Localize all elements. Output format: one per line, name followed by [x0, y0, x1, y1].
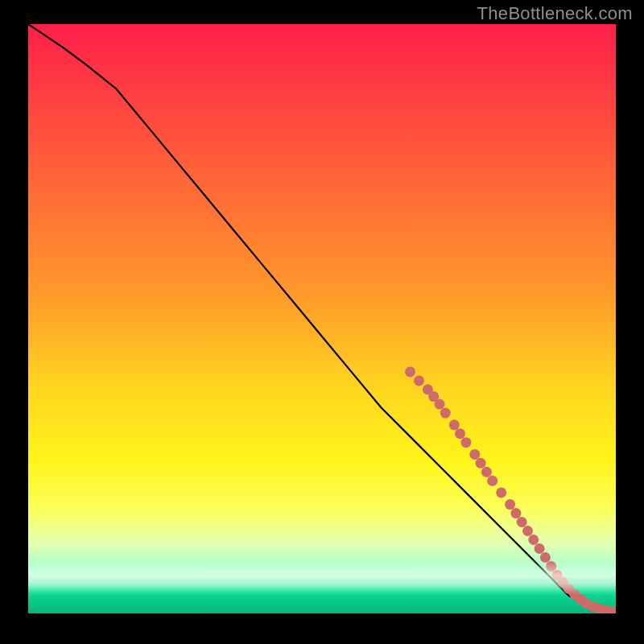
scatter-point — [517, 517, 527, 527]
scatter-point — [428, 391, 439, 402]
watermark-text: TheBottleneck.com — [477, 3, 633, 24]
scatter-point — [476, 458, 486, 469]
scatter-point — [552, 570, 563, 580]
scatter-point — [535, 543, 545, 554]
plot-area — [28, 24, 616, 613]
scatter-point — [528, 535, 539, 545]
scatter-point — [423, 384, 433, 394]
scatter-point — [510, 508, 521, 518]
scatter-point — [540, 552, 551, 563]
chart-svg — [28, 24, 616, 613]
scatter-point — [469, 449, 480, 460]
scatter-point — [546, 561, 556, 572]
scatter-point — [522, 526, 533, 536]
scatter-point — [558, 577, 568, 588]
chart-stage: TheBottleneck.com — [0, 0, 644, 644]
scatter-point — [435, 399, 445, 410]
scatter-point — [481, 467, 492, 477]
scatter-points — [405, 366, 616, 613]
scatter-point — [564, 584, 574, 594]
scatter-point — [487, 476, 497, 486]
scatter-point — [496, 487, 506, 497]
bottleneck-curve — [28, 24, 616, 612]
scatter-point — [593, 603, 604, 613]
scatter-point — [587, 601, 597, 612]
scatter-point — [505, 499, 515, 510]
scatter-point — [455, 428, 465, 439]
scatter-point — [414, 375, 424, 386]
scatter-point — [460, 437, 471, 448]
scatter-point — [440, 408, 451, 419]
scatter-point — [569, 589, 580, 600]
scatter-point — [611, 606, 617, 613]
scatter-point — [576, 594, 586, 605]
scatter-point — [449, 419, 460, 430]
scatter-point — [581, 598, 592, 609]
scatter-point — [599, 605, 609, 613]
scatter-point — [405, 366, 415, 377]
scatter-point — [605, 606, 615, 613]
